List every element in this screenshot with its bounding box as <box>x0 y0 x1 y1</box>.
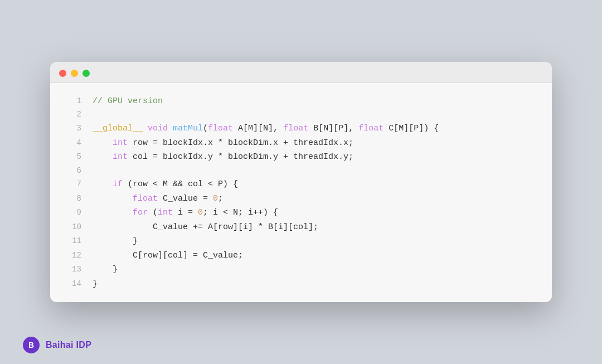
line-number: 10 <box>61 221 81 234</box>
code-token <box>93 179 113 189</box>
code-token: // GPU version <box>93 96 163 106</box>
code-token <box>168 124 173 133</box>
brand-name: Baihai IDP <box>46 340 91 350</box>
line-number: 7 <box>61 178 81 191</box>
code-token: B[N][P], <box>308 124 358 133</box>
code-token: 0 <box>198 208 203 217</box>
minimize-button[interactable] <box>71 70 78 77</box>
code-token: float <box>208 124 233 133</box>
code-token: void <box>148 124 168 133</box>
code-token <box>93 152 113 162</box>
line-number: 6 <box>61 164 81 178</box>
code-line: 2 <box>50 108 552 122</box>
line-number: 14 <box>61 278 81 291</box>
code-line: 14} <box>50 277 552 292</box>
code-line: 6 <box>50 164 552 178</box>
code-token: matMul <box>173 124 203 133</box>
line-number: 1 <box>61 95 81 108</box>
code-line: 9 for (int i = 0; i < N; i++) { <box>50 206 552 220</box>
code-token: for <box>133 208 148 217</box>
code-token <box>93 138 113 148</box>
code-token: C[row][col] = C_value; <box>93 251 243 260</box>
line-number: 4 <box>61 137 81 150</box>
code-token: float <box>358 124 383 133</box>
code-token: C_value = <box>158 194 213 203</box>
line-content: for (int i = 0; i < N; i++) { <box>93 206 278 220</box>
code-token: __global__ <box>93 124 143 133</box>
line-content: C_value += A[row][i] * B[i][col]; <box>93 220 318 235</box>
code-token: } <box>93 265 118 274</box>
code-editor: 1// GPU version23__global__ void matMul(… <box>50 83 552 303</box>
code-token: ( <box>148 208 158 217</box>
code-token <box>93 208 133 217</box>
code-line: 7 if (row < M && col < P) { <box>50 177 552 192</box>
close-button[interactable] <box>59 70 66 77</box>
brand-logo-icon: B <box>22 336 40 354</box>
line-number: 3 <box>61 122 81 135</box>
line-number: 9 <box>61 206 81 220</box>
code-token: if <box>113 179 123 189</box>
line-content: } <box>93 234 138 249</box>
code-line: 11 } <box>50 234 552 249</box>
line-number: 12 <box>61 249 81 263</box>
code-token: } <box>93 236 138 246</box>
line-number: 2 <box>61 108 81 122</box>
line-number: 13 <box>61 263 81 276</box>
line-number: 8 <box>61 192 81 206</box>
line-content: __global__ void matMul(float A[M][N], fl… <box>93 122 439 136</box>
code-token: C[M][P]) { <box>383 124 439 133</box>
maximize-button[interactable] <box>82 70 90 77</box>
code-line: 8 float C_value = 0; <box>50 192 552 206</box>
line-content: int row = blockIdx.x * blockDim.x + thre… <box>93 136 353 151</box>
line-content: if (row < M && col < P) { <box>93 177 238 192</box>
title-bar <box>50 62 552 83</box>
line-content: } <box>93 263 118 277</box>
line-number: 11 <box>61 235 81 248</box>
line-content: int col = blockIdx.y * blockDim.y + thre… <box>93 150 353 164</box>
line-content: } <box>93 277 98 292</box>
code-token: C_value += A[row][i] * B[i][col]; <box>93 222 318 232</box>
code-token: float <box>133 194 158 203</box>
code-token: i = <box>173 208 198 217</box>
line-content: float C_value = 0; <box>93 192 223 206</box>
code-token: ( <box>203 124 208 133</box>
code-line: 13 } <box>50 263 552 277</box>
code-line: 10 C_value += A[row][i] * B[i][col]; <box>50 220 552 235</box>
code-token: (row < M && col < P) { <box>123 179 238 189</box>
code-token: row = blockIdx.x * blockDim.x + threadId… <box>128 138 353 148</box>
code-token: A[M][N], <box>233 124 283 133</box>
code-line: 3__global__ void matMul(float A[M][N], f… <box>50 122 552 136</box>
code-token <box>93 194 133 203</box>
line-content: C[row][col] = C_value; <box>93 249 243 263</box>
code-token: int <box>113 152 128 162</box>
code-token <box>143 124 148 133</box>
code-token: 0 <box>213 194 218 203</box>
code-line: 12 C[row][col] = C_value; <box>50 249 552 263</box>
bottom-bar: B Baihai IDP <box>22 336 91 354</box>
code-line: 4 int row = blockIdx.x * blockDim.x + th… <box>50 136 552 151</box>
svg-text:B: B <box>28 341 34 350</box>
code-token: float <box>283 124 308 133</box>
code-token: ; i < N; i++) { <box>203 208 278 217</box>
code-token: col = blockIdx.y * blockDim.y + threadId… <box>128 152 353 162</box>
line-content: // GPU version <box>93 94 163 109</box>
code-token: int <box>113 138 128 148</box>
code-line: 5 int col = blockIdx.y * blockDim.y + th… <box>50 150 552 164</box>
code-token: int <box>158 208 173 217</box>
line-number: 5 <box>61 151 81 164</box>
code-token: } <box>93 279 98 289</box>
code-line: 1// GPU version <box>50 94 552 109</box>
code-token: ; <box>218 194 223 203</box>
code-window: 1// GPU version23__global__ void matMul(… <box>50 62 552 303</box>
